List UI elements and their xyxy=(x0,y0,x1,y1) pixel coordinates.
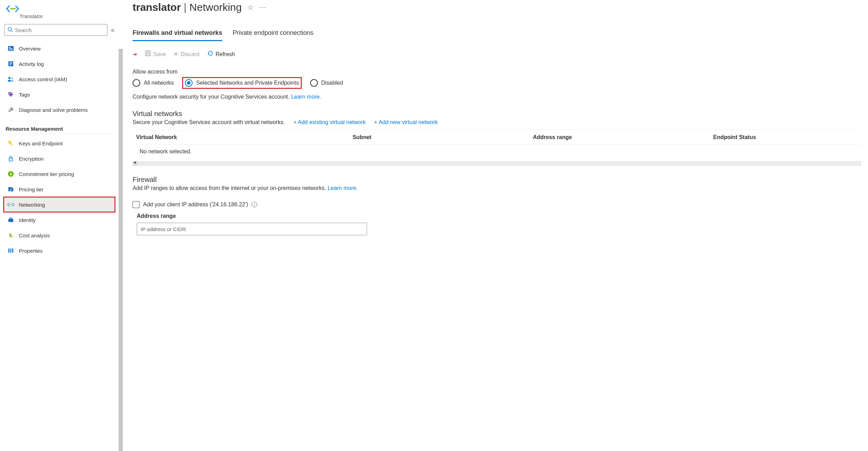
main-content: translator | Networking ☆ ⋯ Firewalls an… xyxy=(119,0,868,451)
search-input[interactable] xyxy=(15,27,104,33)
refresh-label: Refresh xyxy=(216,51,235,58)
svg-rect-19 xyxy=(9,158,13,161)
sidebar-item-commitment-tier-pricing[interactable]: $Commitment tier pricing xyxy=(3,166,115,182)
sidebar-item-tags[interactable]: Tags xyxy=(3,87,115,102)
translator-brand-icon xyxy=(6,4,20,13)
radio-label: All networks xyxy=(144,80,174,86)
tags-icon xyxy=(7,91,15,98)
sidebar: Translator « OverviewActivity logAccess … xyxy=(0,0,119,451)
svg-rect-11 xyxy=(9,63,12,64)
sidebar-item-keys-and-endpoint[interactable]: Keys and Endpoint xyxy=(3,136,115,151)
vnet-column-header: Virtual Network xyxy=(136,134,352,140)
svg-point-0 xyxy=(10,8,12,9)
info-icon[interactable]: i xyxy=(252,202,257,207)
radio-all-networks[interactable]: All networks xyxy=(133,79,174,87)
tab-private-endpoint-connections[interactable]: Private endpoint connections xyxy=(233,27,313,41)
radio-circle-icon xyxy=(310,79,318,87)
save-label: Save xyxy=(153,51,166,58)
search-icon xyxy=(7,27,13,33)
add-existing-vnet-link[interactable]: + Add existing virtual network xyxy=(293,119,366,125)
svg-rect-12 xyxy=(9,64,11,65)
access-from-radios: All networksSelected Networks and Privat… xyxy=(133,78,861,88)
svg-rect-33 xyxy=(145,51,150,56)
svg-rect-30 xyxy=(8,249,9,253)
refresh-button[interactable]: Refresh xyxy=(207,50,235,58)
sidebar-item-overview[interactable]: Overview xyxy=(3,41,115,56)
translator-icon xyxy=(7,202,15,207)
ip-range-input[interactable] xyxy=(137,223,367,235)
svg-point-1 xyxy=(12,8,14,9)
address-range-label: Address range xyxy=(137,213,861,219)
refresh-icon xyxy=(207,50,214,58)
sidebar-item-label: Cost analysis xyxy=(19,232,50,238)
horizontal-scrollbar[interactable] xyxy=(133,161,861,166)
sidebar-item-pricing-tier[interactable]: Pricing tier xyxy=(3,182,115,197)
svg-rect-7 xyxy=(9,48,13,49)
svg-rect-35 xyxy=(147,54,149,56)
sidebar-item-label: Properties xyxy=(19,248,43,254)
sidebar-group-header: Resource Management xyxy=(3,122,115,134)
sidebar-search[interactable] xyxy=(4,24,107,36)
sidebar-item-label: Identity xyxy=(19,217,36,223)
sidebar-item-label: Overview xyxy=(19,46,41,52)
tab-firewalls-and-virtual-networks[interactable]: Firewalls and virtual networks xyxy=(133,27,222,41)
svg-text:$: $ xyxy=(10,172,12,176)
sidebar-item-identity[interactable]: Identity xyxy=(3,212,115,228)
vnet-column-header: Endpoint Status xyxy=(713,134,858,140)
sidebar-item-access-control-iam-[interactable]: Access control (IAM) xyxy=(3,71,115,87)
pricing-icon xyxy=(7,186,15,192)
svg-rect-27 xyxy=(10,218,12,219)
access-from-label: Allow access from xyxy=(133,69,861,75)
firewall-description: Add IP ranges to allow access from the i… xyxy=(133,185,861,191)
sidebar-item-cost-analysis[interactable]: $Cost analysis xyxy=(3,228,115,243)
svg-rect-18 xyxy=(10,143,12,145)
sidebar-item-networking[interactable]: Networking xyxy=(3,197,115,212)
vnet-heading: Virtual networks xyxy=(133,110,861,118)
sidebar-item-encryption[interactable]: Encryption xyxy=(3,151,115,166)
more-actions-icon[interactable]: ⋯ xyxy=(259,3,266,12)
client-ip-checkbox[interactable]: Add your client IP address ('24.16.186.2… xyxy=(133,201,861,208)
favorite-star-icon[interactable]: ☆ xyxy=(247,3,254,12)
vnet-table: Virtual NetworkSubnetAddress rangeEndpoi… xyxy=(133,130,861,166)
svg-point-15 xyxy=(9,93,10,94)
briefcase-icon xyxy=(7,217,15,223)
page-title: translator | Networking xyxy=(133,1,242,13)
sidebar-item-activity-log[interactable]: Activity log xyxy=(3,56,115,71)
svg-point-2 xyxy=(14,8,15,9)
client-ip-checkbox-label: Add your client IP address ('24.16.186.2… xyxy=(143,201,248,208)
cost-icon: $ xyxy=(7,232,15,238)
callout-arrow-icon: ➔ xyxy=(133,51,137,58)
radio-circle-icon xyxy=(185,79,193,87)
lock-icon xyxy=(7,155,15,162)
svg-point-25 xyxy=(12,204,12,205)
svg-point-29 xyxy=(12,236,13,237)
sidebar-item-diagnose-and-solve-problems[interactable]: Diagnose and solve problems xyxy=(3,102,115,117)
firewall-heading: Firewall xyxy=(133,176,861,184)
access-description: Configure network security for your Cogn… xyxy=(133,94,861,100)
svg-text:$: $ xyxy=(9,232,12,238)
page-title-row: translator | Networking ☆ ⋯ xyxy=(133,1,861,13)
radio-label: Disabled xyxy=(321,80,343,86)
radio-label: Selected Networks and Private Endpoints xyxy=(196,80,299,86)
svg-rect-31 xyxy=(10,249,12,253)
sidebar-item-properties[interactable]: Properties xyxy=(3,243,115,258)
radio-selected-networks-and-private-endpoints[interactable]: Selected Networks and Private Endpoints xyxy=(183,78,301,88)
sidebar-item-label: Encryption xyxy=(19,156,44,162)
toolbar: ➔ Save ✕ Discard Refresh xyxy=(133,50,861,58)
sidebar-item-label: Networking xyxy=(19,202,45,208)
firewall-learn-more-link[interactable]: Learn more. xyxy=(328,185,358,191)
svg-rect-8 xyxy=(9,49,13,50)
svg-point-3 xyxy=(8,28,12,31)
add-new-vnet-link[interactable]: + Add new virtual network xyxy=(374,119,438,125)
discard-button[interactable]: ✕ Discard xyxy=(173,51,199,58)
properties-icon xyxy=(7,247,15,254)
access-learn-more-link[interactable]: Learn more. xyxy=(291,94,321,100)
radio-disabled[interactable]: Disabled xyxy=(310,79,343,87)
svg-rect-32 xyxy=(12,249,13,253)
tab-bar: Firewalls and virtual networksPrivate en… xyxy=(133,27,861,41)
svg-rect-34 xyxy=(147,51,149,53)
svg-point-17 xyxy=(9,142,10,143)
collapse-sidebar-icon[interactable]: « xyxy=(111,26,114,34)
save-button[interactable]: Save xyxy=(145,50,166,58)
wrench-icon xyxy=(7,107,15,113)
